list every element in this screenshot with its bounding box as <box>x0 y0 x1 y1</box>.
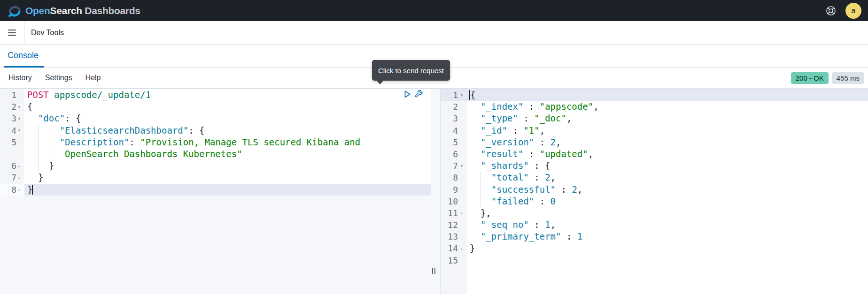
code-line[interactable]: 10 "failed" : 0 <box>441 196 868 207</box>
code-line[interactable]: 6 "result" : "updated", <box>441 148 868 160</box>
code-line[interactable]: 3▾ "doc": { <box>0 113 431 124</box>
code-line[interactable]: 1POST appscode/_update/1 <box>0 89 431 101</box>
code-line[interactable]: 5 "Description": "Provision, Manage TLS … <box>0 136 431 148</box>
menu-settings[interactable]: Settings <box>45 74 72 82</box>
fold-toggle-icon[interactable]: ▴ <box>17 164 24 168</box>
code-text[interactable]: } <box>24 184 431 196</box>
fold-toggle-icon[interactable]: ▴ <box>17 187 24 192</box>
code-text[interactable] <box>467 255 868 266</box>
line-number: 13 <box>441 231 460 242</box>
code-line[interactable]: 2 "_index" : "appscode", <box>441 101 868 113</box>
code-text[interactable]: { <box>467 89 868 101</box>
code-line[interactable]: 4 "_id" : "1", <box>441 125 868 136</box>
code-line[interactable]: 13 "_primary_term" : 1 <box>441 231 868 242</box>
code-line[interactable]: 4▾ "ElasticsearchDashboard": { <box>0 125 431 136</box>
wrench-icon[interactable] <box>415 90 423 98</box>
code-line[interactable]: 12 "_seq_no" : 1, <box>441 219 868 231</box>
request-editor[interactable]: 1POST appscode/_update/12▾{3▾ "doc": {4▾… <box>0 89 431 294</box>
fold-toggle-icon[interactable]: ▾ <box>460 93 467 98</box>
response-badges: 200 - OK 455 ms <box>791 72 864 84</box>
fold-toggle-icon[interactable]: ▴ <box>460 211 467 215</box>
menu-history[interactable]: History <box>8 74 32 82</box>
code-line[interactable]: 11▴ }, <box>441 207 868 219</box>
code-text[interactable]: "total" : 2, <box>467 172 868 183</box>
code-token: { <box>27 101 32 112</box>
fold-toggle-icon[interactable]: ▾ <box>17 105 24 109</box>
code-text[interactable]: "_version" : 2, <box>467 136 868 148</box>
code-token: "_type" <box>480 113 518 123</box>
line-number: 3 <box>441 113 460 124</box>
line-number: 6 <box>0 160 17 172</box>
line-number: 4 <box>441 125 460 136</box>
response-viewer[interactable]: 1▾{2 "_index" : "appscode",3 "_type" : "… <box>440 89 868 294</box>
send-request-icon[interactable] <box>403 90 411 98</box>
fold-toggle-icon[interactable]: ▴ <box>460 246 467 251</box>
code-line[interactable]: OpenSearch Dashboards Kubernetes" <box>0 148 431 160</box>
gutter-cell: 15 <box>441 255 467 266</box>
user-avatar[interactable]: a <box>845 3 861 19</box>
code-line[interactable]: 7▴ } <box>0 172 431 183</box>
fold-toggle-icon[interactable]: ▴ <box>17 175 24 180</box>
gutter-cell: 6 <box>441 148 467 160</box>
line-number: 10 <box>441 196 460 207</box>
code-line[interactable]: 2▾{ <box>0 101 431 113</box>
code-line[interactable]: 8▴} <box>0 184 431 196</box>
code-token: POST <box>27 90 54 100</box>
gutter-cell: 4 <box>441 125 467 136</box>
line-number: 1 <box>441 89 460 101</box>
indent-guide <box>480 196 481 207</box>
fold-toggle-icon[interactable]: ▾ <box>460 164 467 168</box>
code-line[interactable]: 15 <box>441 255 868 266</box>
code-token: "Provision, Manage TLS secured Kibana an… <box>140 137 360 147</box>
code-token <box>470 160 480 171</box>
code-token: : { <box>65 113 81 123</box>
code-text[interactable]: OpenSearch Dashboards Kubernetes" <box>24 148 431 160</box>
code-text[interactable]: "result" : "updated", <box>467 148 868 160</box>
code-text[interactable]: "_index" : "appscode", <box>467 101 868 113</box>
line-number: 11 <box>441 207 460 219</box>
code-line[interactable]: 9 "successful" : 2, <box>441 184 868 196</box>
gutter-cell: 2 <box>441 101 467 113</box>
code-line[interactable]: 7▾ "_shards" : { <box>441 160 868 172</box>
code-token: 1 <box>577 231 582 241</box>
code-text[interactable]: "Description": "Provision, Manage TLS se… <box>24 136 431 148</box>
code-text[interactable]: "_shards" : { <box>467 160 868 172</box>
pane-resizer[interactable] <box>431 89 440 294</box>
code-text[interactable]: "successful" : 2, <box>467 184 868 196</box>
code-text[interactable]: "_id" : "1", <box>467 125 868 136</box>
line-number: 9 <box>441 184 460 196</box>
code-text[interactable]: "doc": { <box>24 113 431 124</box>
code-text[interactable]: } <box>24 160 431 172</box>
code-token: "1" <box>523 125 539 136</box>
code-text[interactable]: "_primary_term" : 1 <box>467 231 868 242</box>
code-line[interactable]: 6▴ } <box>0 160 431 172</box>
help-icon[interactable] <box>825 5 837 17</box>
code-text[interactable]: "_seq_no" : 1, <box>467 219 868 231</box>
code-text[interactable]: } <box>24 172 431 183</box>
fold-toggle-icon[interactable]: ▾ <box>17 128 24 133</box>
code-text[interactable]: }, <box>467 207 868 219</box>
menu-toggle-button[interactable] <box>0 21 24 44</box>
code-line[interactable]: 14▴} <box>441 242 868 254</box>
code-text[interactable]: POST appscode/_update/1 <box>24 89 431 101</box>
gutter-cell: 3 <box>441 113 467 124</box>
code-token <box>27 137 60 147</box>
opensearch-logo[interactable]: OpenSearch Dashboards <box>8 4 140 18</box>
console-editors: 1POST appscode/_update/12▾{3▾ "doc": {4▾… <box>0 89 868 294</box>
code-token: "_index" <box>480 101 524 112</box>
code-text[interactable]: "_type" : "_doc", <box>467 113 868 124</box>
code-line[interactable]: 5 "_version" : 2, <box>441 136 868 148</box>
code-text[interactable]: "ElasticsearchDashboard": { <box>24 125 431 136</box>
line-number: 14 <box>441 242 460 254</box>
code-text[interactable]: "failed" : 0 <box>467 196 868 207</box>
menu-help[interactable]: Help <box>85 74 101 82</box>
code-text[interactable]: } <box>467 242 868 254</box>
code-line[interactable]: 3 "_type" : "_doc", <box>441 113 868 124</box>
tab-console[interactable]: Console <box>4 51 44 67</box>
fold-toggle-icon[interactable]: ▾ <box>17 116 24 121</box>
drag-handle-icon[interactable] <box>432 268 435 274</box>
code-text[interactable]: { <box>24 101 431 113</box>
code-line[interactable]: 8 "total" : 2, <box>441 172 868 183</box>
code-line[interactable]: 1▾{ <box>441 89 868 101</box>
code-token: : <box>534 137 550 147</box>
